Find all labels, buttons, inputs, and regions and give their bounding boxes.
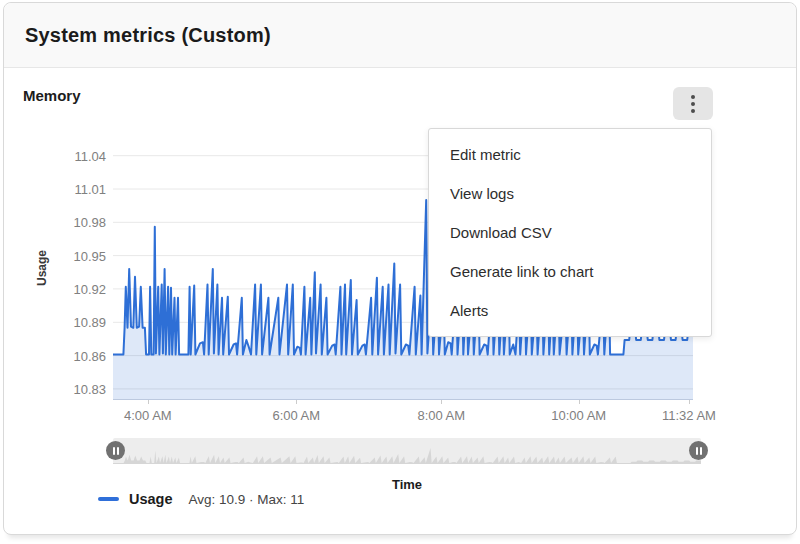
x-tick-mark bbox=[689, 400, 690, 404]
menu-item-alerts[interactable]: Alerts bbox=[429, 291, 711, 330]
y-tick-label: 11.01 bbox=[56, 182, 106, 197]
legend-series-name: Usage bbox=[129, 491, 173, 507]
menu-item-download-csv[interactable]: Download CSV bbox=[429, 213, 711, 252]
legend-swatch bbox=[98, 497, 119, 501]
legend-stats: Avg: 10.9 · Max: 11 bbox=[189, 492, 305, 507]
panel-header: System metrics (Custom) bbox=[4, 3, 796, 68]
x-tick-label: 6:00 AM bbox=[272, 408, 320, 423]
y-tick-label: 10.89 bbox=[56, 315, 106, 330]
pause-icon bbox=[696, 447, 702, 455]
y-tick-label: 10.92 bbox=[56, 282, 106, 297]
y-tick-label: 10.95 bbox=[56, 249, 106, 264]
brush-handle-right[interactable] bbox=[689, 441, 708, 460]
chart-options-button[interactable] bbox=[673, 87, 713, 120]
system-metrics-panel: System metrics (Custom) Memory Usage 11.… bbox=[3, 2, 797, 535]
menu-item-generate-link-to-chart[interactable]: Generate link to chart bbox=[429, 252, 711, 291]
x-tick-mark bbox=[296, 400, 297, 404]
brush-mini-chart bbox=[113, 438, 701, 464]
x-axis-title: Time bbox=[113, 477, 701, 492]
menu-item-view-logs[interactable]: View logs bbox=[429, 174, 711, 213]
y-tick-label: 10.98 bbox=[56, 215, 106, 230]
brush-mini-area bbox=[113, 448, 701, 464]
x-tick-label: 8:00 AM bbox=[417, 408, 465, 423]
brush-handle-left[interactable] bbox=[106, 441, 125, 460]
pause-icon bbox=[113, 447, 119, 455]
x-tick-mark bbox=[441, 400, 442, 404]
legend: Usage Avg: 10.9 · Max: 11 bbox=[98, 491, 304, 507]
y-tick-label: 11.04 bbox=[56, 149, 106, 164]
chart-options-menu: Edit metricView logsDownload CSVGenerate… bbox=[428, 128, 712, 337]
x-tick-label: 10:00 AM bbox=[551, 408, 606, 423]
x-tick-mark bbox=[148, 400, 149, 404]
chart-title: Memory bbox=[23, 87, 81, 104]
x-tick-mark bbox=[579, 400, 580, 404]
x-tick-label: 4:00 AM bbox=[124, 408, 172, 423]
y-axis-title: Usage bbox=[35, 228, 49, 308]
x-tick-label: 11:32 AM bbox=[662, 408, 716, 423]
kebab-icon bbox=[691, 95, 695, 113]
time-range-brush[interactable] bbox=[113, 438, 701, 464]
y-tick-label: 10.86 bbox=[56, 349, 106, 364]
menu-item-edit-metric[interactable]: Edit metric bbox=[429, 135, 711, 174]
panel-title: System metrics (Custom) bbox=[25, 24, 271, 47]
y-tick-label: 10.83 bbox=[56, 382, 106, 397]
